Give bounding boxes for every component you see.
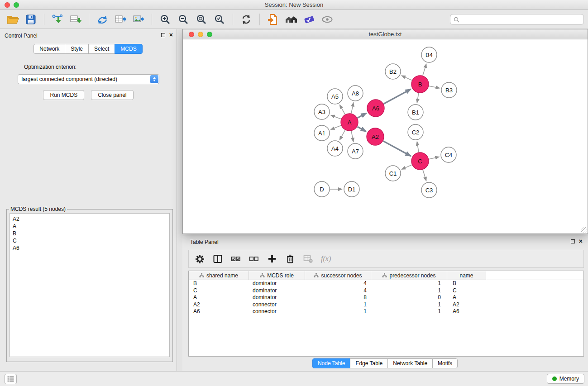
graph-node-A4[interactable]: A4 (327, 141, 343, 156)
tab-style[interactable]: Style (65, 44, 89, 54)
table-cell[interactable]: 4 (305, 280, 371, 287)
table-cell[interactable]: 1 (371, 280, 447, 287)
table-cell[interactable]: A6 (189, 308, 249, 315)
document-share-button[interactable] (264, 12, 282, 27)
graph-edge[interactable] (339, 105, 345, 114)
criterion-dropdown[interactable]: largest connected component (directed) (18, 74, 159, 84)
table-cell[interactable]: dominator (249, 294, 305, 301)
column-header-shared-name[interactable]: shared name (189, 271, 249, 280)
table-cell[interactable]: connector (249, 301, 305, 309)
export-image-button[interactable] (129, 12, 148, 27)
apply-layout-button[interactable] (237, 12, 255, 27)
graph-edge[interactable] (417, 93, 418, 103)
graph-edge[interactable] (331, 125, 341, 129)
float-panel-button[interactable] (161, 33, 165, 37)
float-table-panel-button[interactable] (571, 239, 575, 243)
table-cell[interactable]: 1 (371, 301, 447, 309)
graph-node-C[interactable]: C (411, 152, 429, 170)
import-network-button[interactable] (48, 12, 67, 27)
mcds-result-item[interactable]: C (13, 237, 167, 244)
graph-edge[interactable] (351, 131, 354, 142)
search-input[interactable] (462, 16, 580, 23)
resize-grip-icon[interactable] (581, 227, 587, 233)
graph-edge[interactable] (423, 64, 426, 76)
table-cell[interactable]: connector (249, 308, 305, 315)
close-table-panel-button[interactable]: × (579, 239, 583, 243)
table-cell[interactable]: B (189, 280, 249, 287)
close-window-button[interactable] (5, 2, 10, 8)
table-cell[interactable]: 1 (305, 301, 371, 309)
table-mode-button[interactable] (194, 253, 205, 265)
mcds-result-item[interactable]: A6 (13, 244, 167, 252)
graph-node-A6[interactable]: A6 (367, 100, 384, 117)
network-canvas[interactable]: AA1A2A3A4A5A6A7A8BB1B2B3B4CC1C2C3C4DD1 (183, 40, 588, 234)
zoom-selected-button[interactable] (210, 12, 229, 27)
network-zoom-button[interactable] (207, 32, 212, 37)
table-cell[interactable]: 1 (371, 287, 447, 295)
delete-table-button[interactable] (303, 253, 314, 265)
graph-edge[interactable] (383, 141, 411, 156)
graph-node-A[interactable]: A (341, 114, 358, 131)
table-row[interactable]: A6connector11A6 (189, 308, 583, 315)
home-button[interactable] (282, 12, 300, 27)
table-cell[interactable]: 8 (305, 294, 371, 301)
table-cell[interactable]: C (189, 287, 249, 295)
table-cell[interactable]: A2 (447, 301, 486, 309)
network-minimize-button[interactable] (198, 32, 203, 37)
delete-column-button[interactable] (285, 253, 296, 265)
mcds-result-item[interactable]: B (13, 230, 167, 237)
close-panel-button[interactable]: Close panel (91, 90, 133, 100)
table-cell[interactable]: 1 (371, 308, 447, 315)
table-row[interactable]: Bdominator41B (189, 280, 583, 287)
graph-edge[interactable] (339, 130, 345, 140)
task-history-button[interactable] (5, 374, 17, 384)
tab-mcds[interactable]: MCDS (115, 44, 142, 54)
graph-edge[interactable] (402, 165, 412, 169)
graph-node-A5[interactable]: A5 (327, 89, 343, 104)
table-cell[interactable]: A (447, 294, 486, 301)
graph-node-B2[interactable]: B2 (385, 64, 401, 79)
deselect-all-button[interactable] (249, 253, 259, 265)
graph-node-B[interactable]: B (411, 76, 429, 93)
search-box[interactable] (450, 14, 584, 25)
tab-edge-table[interactable]: Edge Table (350, 358, 388, 368)
column-header-name[interactable]: name (447, 271, 486, 280)
zoom-out-button[interactable] (174, 12, 192, 27)
graph-node-A2[interactable]: A2 (367, 128, 384, 145)
memory-button[interactable]: Memory (547, 374, 584, 384)
table-cell[interactable]: B (447, 280, 486, 287)
graph-node-B4[interactable]: B4 (421, 47, 437, 62)
graph-node-C2[interactable]: C2 (408, 124, 423, 140)
graph-node-C1[interactable]: C1 (385, 166, 401, 181)
graph-edge[interactable] (384, 89, 411, 104)
zoom-fit-button[interactable] (192, 12, 210, 27)
table-cell[interactable]: 0 (371, 294, 447, 301)
graph-edge[interactable] (351, 103, 354, 114)
graph-edge[interactable] (429, 157, 440, 159)
eye-button[interactable] (318, 12, 336, 27)
table-cell[interactable]: 4 (305, 287, 371, 295)
badge-button[interactable] (300, 12, 318, 27)
table-row[interactable]: Cdominator41C (189, 287, 583, 295)
table-cell[interactable]: C (447, 287, 486, 295)
export-table-button[interactable] (111, 12, 129, 27)
tab-network-table[interactable]: Network Table (387, 358, 433, 368)
table-cell[interactable]: A (189, 294, 249, 301)
select-all-button[interactable] (230, 253, 241, 265)
table-row[interactable]: A2connector11A2 (189, 301, 583, 309)
graph-edge[interactable] (417, 142, 419, 152)
table-cell[interactable]: A6 (447, 308, 486, 315)
export-network-button[interactable] (93, 12, 111, 27)
graph-node-C4[interactable]: C4 (441, 147, 456, 162)
graph-edge[interactable] (358, 113, 367, 118)
column-header-predecessor-nodes[interactable]: predecessor nodes (371, 271, 447, 280)
table-cell[interactable]: A2 (189, 301, 249, 309)
save-session-button[interactable] (22, 12, 40, 27)
tab-node-table[interactable]: Node Table (312, 358, 351, 368)
graph-node-A1[interactable]: A1 (314, 125, 330, 141)
column-header-mcds-role[interactable]: MCDS role (249, 271, 305, 280)
close-panel-x-button[interactable]: × (169, 33, 173, 37)
table-cell[interactable]: 1 (305, 308, 371, 315)
add-column-button[interactable] (267, 253, 277, 265)
network-window-titlebar[interactable]: testGlobe.txt (183, 29, 588, 39)
